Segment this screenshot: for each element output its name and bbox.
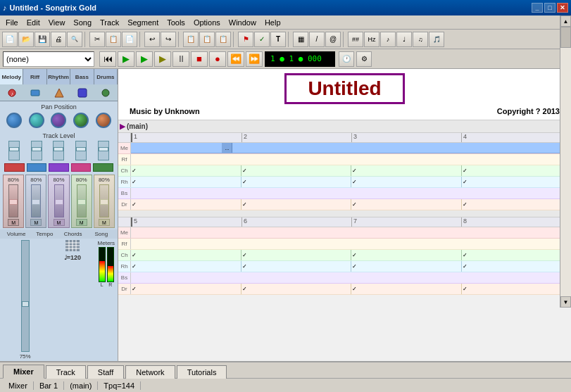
level-slider-1[interactable] bbox=[8, 141, 20, 160]
level-slider-2[interactable] bbox=[31, 141, 42, 160]
v-button[interactable]: ✓ bbox=[254, 32, 270, 47]
tb-extra-3[interactable]: ♪ bbox=[380, 32, 396, 47]
clock-button[interactable]: 🕐 bbox=[339, 51, 354, 67]
color-bar-4[interactable] bbox=[71, 163, 92, 172]
chord2-cell-4[interactable]: ✓ bbox=[462, 250, 572, 260]
preset-select[interactable]: (none) bbox=[3, 51, 94, 67]
rhythm2-cell-4[interactable]: ✓ bbox=[462, 261, 572, 272]
rhythm-cell-1[interactable]: ✓ bbox=[131, 177, 241, 187]
cut-button[interactable]: ✂ bbox=[89, 32, 105, 47]
melody-block-filled[interactable] bbox=[131, 143, 222, 153]
level-slider-5[interactable] bbox=[98, 141, 109, 160]
rhythm2-cell-2[interactable]: ✓ bbox=[241, 261, 352, 272]
chord2-cell-2[interactable]: ✓ bbox=[241, 250, 352, 260]
redo-button[interactable]: ↪ bbox=[161, 32, 176, 47]
drum-cell-3[interactable]: ✓ bbox=[351, 199, 462, 210]
tool-2[interactable]: 📋 bbox=[199, 32, 215, 47]
melody-blocks[interactable]: ... bbox=[131, 143, 571, 153]
menu-window[interactable]: Window bbox=[225, 17, 261, 28]
paste-button[interactable]: 📄 bbox=[122, 32, 137, 47]
tb-extra-1[interactable]: ## bbox=[348, 32, 363, 47]
tab-staff[interactable]: Staff bbox=[87, 365, 124, 379]
level-slider-4[interactable] bbox=[75, 141, 87, 160]
pan-knob-2[interactable] bbox=[29, 113, 44, 128]
color-bar-5[interactable] bbox=[93, 163, 113, 172]
print-button[interactable]: 🖨 bbox=[51, 32, 66, 47]
rhythm2-cell-3[interactable]: ✓ bbox=[351, 261, 462, 272]
menu-tools[interactable]: Tools bbox=[163, 17, 189, 28]
menu-track[interactable]: Track bbox=[96, 17, 123, 28]
level-slider-3[interactable] bbox=[53, 141, 64, 160]
melody-block-btn[interactable]: ... bbox=[222, 143, 232, 153]
t-button[interactable]: T bbox=[270, 32, 286, 47]
rhythm-cell-4[interactable]: ✓ bbox=[462, 177, 572, 187]
color-bar-1[interactable] bbox=[4, 163, 25, 172]
chord-cell-3[interactable]: ✓ bbox=[351, 165, 462, 176]
flag-button[interactable]: ⚑ bbox=[238, 32, 253, 47]
fast-forward-button[interactable]: ⏩ bbox=[246, 51, 263, 67]
new-button[interactable]: 📄 bbox=[2, 32, 18, 47]
menu-song[interactable]: Song bbox=[69, 17, 96, 28]
menu-help[interactable]: Help bbox=[261, 17, 285, 28]
tab-network[interactable]: Network bbox=[125, 365, 175, 379]
print-preview-button[interactable]: 🔍 bbox=[67, 32, 82, 47]
copy-button[interactable]: 📋 bbox=[106, 32, 121, 47]
grid-button[interactable]: ▦ bbox=[293, 32, 308, 47]
go-start-button[interactable]: ⏮ bbox=[99, 51, 116, 67]
stop-button[interactable]: ■ bbox=[191, 51, 208, 67]
strip-btn-1[interactable]: M bbox=[8, 219, 19, 226]
menu-edit[interactable]: Edit bbox=[23, 17, 44, 28]
strip-fader-4[interactable] bbox=[77, 184, 87, 217]
color-bar-2[interactable] bbox=[27, 163, 47, 172]
undo-button[interactable]: ↩ bbox=[144, 32, 160, 47]
drum-cell-4[interactable]: ✓ bbox=[462, 199, 572, 210]
tab-tutorials[interactable]: Tutorials bbox=[177, 365, 227, 379]
color-bar-3[interactable] bbox=[49, 163, 69, 172]
tab-riff[interactable]: Riff bbox=[23, 69, 46, 84]
menu-segment[interactable]: Segment bbox=[123, 17, 163, 28]
menu-view[interactable]: View bbox=[44, 17, 70, 28]
menu-file[interactable]: File bbox=[1, 17, 23, 28]
tab-track[interactable]: Track bbox=[46, 365, 86, 379]
drum-cell-2[interactable]: ✓ bbox=[241, 199, 352, 210]
minimize-button[interactable]: _ bbox=[532, 3, 543, 13]
drum-cell-1[interactable]: ✓ bbox=[131, 199, 241, 210]
tab-drums[interactable]: Drums bbox=[94, 69, 118, 84]
chord-cell-2[interactable]: ✓ bbox=[241, 165, 352, 176]
maximize-button[interactable]: □ bbox=[544, 3, 556, 13]
drum2-cell-4[interactable]: ✓ bbox=[462, 284, 572, 294]
tool-3[interactable]: 📋 bbox=[215, 32, 231, 47]
rhythm-cell-3[interactable]: ✓ bbox=[351, 177, 462, 187]
strip-fader-3[interactable] bbox=[54, 184, 64, 217]
strip-btn-2[interactable]: M bbox=[30, 219, 42, 226]
play-from-button[interactable]: ▶ bbox=[136, 51, 153, 67]
play-to-button[interactable]: ▶ bbox=[154, 51, 171, 67]
at-button[interactable]: @ bbox=[325, 32, 341, 47]
tb-extra-2[interactable]: Hz bbox=[364, 32, 379, 47]
tab-mixer[interactable]: Mixer bbox=[3, 365, 44, 379]
drum2-cell-1[interactable]: ✓ bbox=[131, 284, 241, 294]
rhythm-cell-2[interactable]: ✓ bbox=[241, 177, 352, 187]
tab-bass[interactable]: Bass bbox=[70, 69, 94, 84]
strip-fader-1[interactable] bbox=[8, 184, 18, 217]
tab-rhythm[interactable]: Rhythm bbox=[47, 69, 70, 84]
scroll-down-btn[interactable]: ▼ bbox=[560, 296, 571, 308]
open-button[interactable]: 📂 bbox=[18, 32, 34, 47]
fast-rewind-button[interactable]: ⏪ bbox=[227, 51, 244, 67]
tb-extra-6[interactable]: 🎵 bbox=[429, 32, 444, 47]
rhythm2-cell-1[interactable]: ✓ bbox=[131, 261, 241, 272]
tb-extra-5[interactable]: ♫ bbox=[413, 32, 428, 47]
settings-button[interactable]: ⚙ bbox=[356, 51, 372, 67]
tb-extra-4[interactable]: ♩ bbox=[396, 32, 412, 47]
drum2-cell-2[interactable]: ✓ bbox=[241, 284, 352, 294]
chord-cell-1[interactable]: ✓ bbox=[131, 165, 241, 176]
pan-knob-3[interactable] bbox=[51, 113, 66, 128]
chord-cell-4[interactable]: ✓ bbox=[462, 165, 572, 176]
pan-knob-1[interactable] bbox=[6, 113, 22, 128]
strip-fader-5[interactable] bbox=[99, 184, 109, 217]
save-button[interactable]: 💾 bbox=[34, 32, 50, 47]
strip-btn-4[interactable]: M bbox=[76, 219, 87, 226]
chord2-cell-1[interactable]: ✓ bbox=[131, 250, 241, 260]
volume-slider[interactable] bbox=[21, 240, 30, 352]
pause-button[interactable]: ⏸ bbox=[172, 51, 189, 67]
